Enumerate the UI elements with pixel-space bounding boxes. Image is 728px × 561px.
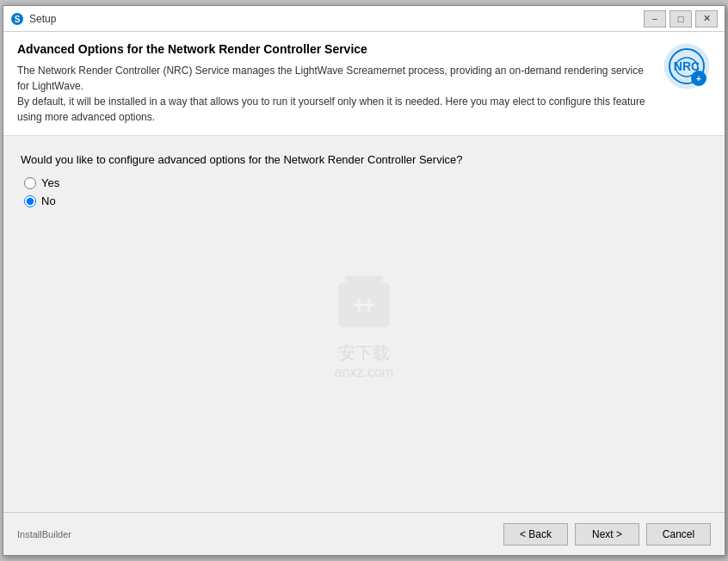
watermark: 安下载 anxz.com (330, 268, 398, 379)
title-bar-left: S Setup (10, 12, 56, 26)
svg-rect-8 (345, 275, 383, 282)
svg-text:S: S (15, 15, 21, 24)
content-area: Advanced Options for the Network Render … (3, 32, 725, 512)
header-text-area: Advanced Options for the Network Render … (17, 42, 652, 125)
title-bar-controls: − □ ✕ (644, 10, 718, 28)
question-text: Would you like to configure advanced opt… (21, 153, 707, 166)
next-button[interactable]: Next > (575, 523, 639, 546)
svg-text:+: + (696, 74, 701, 83)
svg-text:NRC: NRC (674, 59, 700, 73)
setup-window: S Setup − □ ✕ Advanced Options for the N… (3, 5, 725, 556)
main-body: Would you like to configure advanced opt… (3, 136, 725, 512)
cancel-button[interactable]: Cancel (646, 523, 711, 546)
radio-yes-item[interactable]: Yes (24, 176, 707, 189)
header-section: Advanced Options for the Network Render … (3, 32, 725, 136)
header-description-line1: The Network Render Controller (NRC) Serv… (17, 63, 652, 94)
footer-brand: InstallBuilder (17, 529, 71, 539)
radio-no-item[interactable]: No (24, 194, 707, 207)
svg-rect-7 (338, 282, 390, 327)
radio-no[interactable] (24, 195, 36, 207)
header-description-line2: By default, it will be installed in a wa… (17, 94, 652, 125)
window-title: Setup (29, 13, 56, 25)
radio-yes-label: Yes (41, 176, 59, 189)
header-title: Advanced Options for the Network Render … (17, 42, 652, 56)
watermark-text-cn: 安下载 (338, 341, 390, 364)
minimize-button[interactable]: − (644, 10, 666, 28)
back-button[interactable]: < Back (503, 523, 568, 546)
window-icon: S (10, 12, 24, 26)
app-logo: NRC + (663, 42, 711, 90)
close-button[interactable]: ✕ (695, 10, 718, 28)
watermark-subtext: anxz.com (335, 364, 393, 379)
maximize-button[interactable]: □ (669, 10, 692, 28)
radio-yes[interactable] (24, 177, 36, 189)
radio-no-label: No (41, 194, 56, 207)
title-bar: S Setup − □ ✕ (3, 6, 725, 32)
radio-group: Yes No (24, 176, 707, 207)
footer: InstallBuilder < Back Next > Cancel (3, 512, 725, 555)
watermark-icon (330, 268, 398, 337)
footer-buttons: < Back Next > Cancel (503, 523, 711, 546)
